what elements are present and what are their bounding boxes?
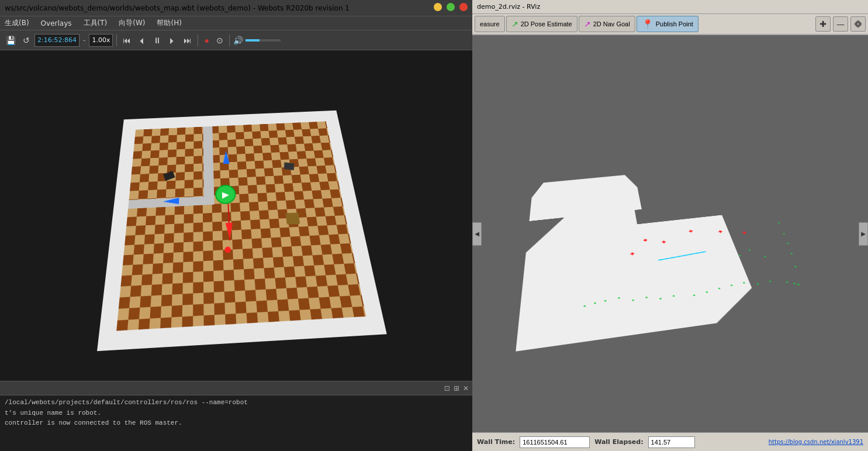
pause-button[interactable]: ⏸ bbox=[151, 33, 164, 47]
pose-marker-4: ✦ bbox=[686, 228, 694, 234]
time-display: 2:16:52:864 bbox=[34, 34, 79, 47]
maximize-button[interactable] bbox=[447, 3, 455, 11]
toolbar-separator-3 bbox=[229, 35, 230, 46]
save-button[interactable]: 💾 bbox=[4, 33, 18, 47]
arrow-down bbox=[226, 222, 234, 239]
pcloud-dot bbox=[786, 281, 788, 283]
pcloud-dot bbox=[790, 253, 793, 254]
titlebar-buttons bbox=[434, 3, 468, 13]
pcloud-dot bbox=[793, 283, 796, 284]
checkerboard-floor bbox=[116, 121, 366, 330]
webots-toolbar: 💾 ↺ 2:16:52:864 - 1.00x ⏮ ⏴ ⏸ ⏵ ⏭ ● ⊙ 🔊 bbox=[0, 30, 472, 50]
rviz-panel: demo_2d.rviz - RViz easure ↗ 2D Pose Est… bbox=[472, 0, 868, 451]
rviz-url[interactable]: https://blog.csdn.net/xianlv1391 bbox=[769, 439, 863, 445]
pcloud-dot bbox=[777, 222, 780, 223]
rviz-right-collapse-button[interactable]: ▶ bbox=[859, 222, 868, 246]
robot-direction-indicator: ▶ bbox=[222, 189, 230, 199]
nav-goal-icon: ↗ bbox=[584, 19, 591, 29]
arena-background: ▶ bbox=[97, 110, 387, 351]
console-line-1: /local/webots/projects/default/controlle… bbox=[5, 398, 468, 408]
rviz-toolbar: easure ↗ 2D Pose Estimate ↗ 2D Nav Goal … bbox=[472, 14, 868, 35]
console-content: /local/webots/projects/default/controlle… bbox=[0, 395, 472, 451]
wall-elapsed-label: Wall Elapsed: bbox=[594, 438, 643, 446]
menu-generate[interactable]: 生成(B) bbox=[2, 17, 32, 29]
rviz-left-collapse-button[interactable]: ◀ bbox=[472, 222, 482, 246]
toolbar-separator-2 bbox=[198, 35, 198, 46]
record-button[interactable]: ● bbox=[202, 33, 211, 47]
volume-area: 🔊 bbox=[233, 36, 281, 45]
webots-title: ws/src/volcano/webots_demo/worlds/webots… bbox=[5, 4, 350, 12]
wall-time-value[interactable] bbox=[520, 436, 590, 448]
pose-estimate-label: 2D Pose Estimate bbox=[521, 20, 572, 27]
volume-icon: 🔊 bbox=[233, 36, 243, 45]
close-button[interactable] bbox=[459, 3, 468, 11]
rviz-viewport[interactable]: ◀ ✦ ✦ ✦ ✦ ✦ bbox=[472, 35, 868, 432]
rviz-settings-button[interactable] bbox=[850, 16, 866, 32]
pose-cross-2: ✦ bbox=[641, 237, 649, 243]
rviz-statusbar: Wall Time: Wall Elapsed: https://blog.cs… bbox=[472, 432, 868, 451]
wall-elapsed-value[interactable] bbox=[648, 436, 695, 448]
rviz-minus-button[interactable]: — bbox=[833, 16, 848, 32]
pcloud-dot bbox=[787, 242, 789, 243]
screenshot-button[interactable]: ⊙ bbox=[214, 33, 226, 47]
volume-fill bbox=[245, 39, 260, 42]
webots-viewport[interactable]: ▶ bbox=[0, 50, 472, 381]
rviz-titlebar: demo_2d.rviz - RViz bbox=[472, 0, 868, 14]
separator: - bbox=[82, 36, 87, 44]
publish-point-button[interactable]: 📍 Publish Point bbox=[637, 16, 698, 32]
webots-titlebar: ws/src/volcano/webots_demo/worlds/webots… bbox=[0, 0, 472, 16]
console-undock-button[interactable]: ⊡ bbox=[444, 384, 450, 393]
arrow-up bbox=[223, 150, 230, 163]
pcloud-dot bbox=[794, 266, 796, 267]
pose-marker-1: ✦ bbox=[628, 250, 637, 257]
console-line-2: t's unique name is robot. bbox=[5, 408, 468, 419]
pose-estimate-button[interactable]: ↗ 2D Pose Estimate bbox=[506, 16, 577, 32]
pose-cross-1: ✦ bbox=[628, 250, 637, 257]
pose-marker-5: ✦ bbox=[716, 228, 725, 234]
step-forward-button[interactable]: ⏵ bbox=[166, 33, 179, 47]
menu-help[interactable]: 帮助(H) bbox=[154, 17, 184, 29]
fast-forward-button[interactable]: ⏭ bbox=[181, 33, 194, 47]
measure-tool-button[interactable]: easure bbox=[475, 16, 505, 32]
pcloud-dot bbox=[797, 284, 799, 285]
console-line-3: controller is now connected to the ROS m… bbox=[5, 418, 468, 429]
webots-panel: ws/src/volcano/webots_demo/worlds/webots… bbox=[0, 0, 472, 451]
arena-object-3 bbox=[286, 212, 300, 225]
volume-slider[interactable] bbox=[245, 39, 281, 42]
minimize-button[interactable] bbox=[434, 3, 442, 11]
rviz-title: demo_2d.rviz - RViz bbox=[477, 3, 540, 11]
console-maximize-button[interactable]: ⊞ bbox=[454, 384, 459, 393]
toolbar-separator bbox=[116, 35, 117, 46]
speed-display: 1.00x bbox=[89, 34, 113, 47]
pcloud-dot bbox=[769, 280, 771, 282]
pose-cross-4: ✦ bbox=[686, 228, 694, 234]
rviz-right-icons: ✚ — bbox=[814, 16, 866, 32]
arena-container: ▶ bbox=[97, 110, 387, 351]
pcloud-dot bbox=[756, 283, 759, 284]
console-close-button[interactable]: ✕ bbox=[463, 384, 469, 393]
nav-goal-button[interactable]: ↗ 2D Nav Goal bbox=[579, 16, 635, 32]
pose-cross-5: ✦ bbox=[716, 228, 725, 234]
robot-body: ▶ bbox=[215, 184, 236, 204]
step-back-button[interactable]: ⏴ bbox=[136, 33, 148, 47]
menu-wizard[interactable]: 向导(W) bbox=[116, 17, 147, 29]
console-toolbar: ⊡ ⊞ ✕ bbox=[0, 381, 472, 395]
wall-time-label: Wall Time: bbox=[477, 438, 515, 446]
arrow-left bbox=[162, 197, 179, 204]
publish-point-label: Publish Point bbox=[656, 20, 693, 27]
robot: ▶ bbox=[215, 184, 236, 204]
pcloud-dot bbox=[763, 256, 766, 257]
arena-object-2 bbox=[284, 162, 295, 170]
rviz-add-button[interactable]: ✚ bbox=[815, 16, 831, 32]
menu-tools[interactable]: 工具(T) bbox=[81, 17, 110, 29]
pose-estimate-icon: ↗ bbox=[511, 19, 518, 29]
inner-wall-vertical bbox=[203, 126, 214, 196]
reload-button[interactable]: ↺ bbox=[20, 33, 32, 47]
nav-goal-label: 2D Nav Goal bbox=[593, 20, 630, 27]
menu-overlays[interactable]: Overlays bbox=[39, 18, 74, 29]
webots-menubar: 生成(B) Overlays 工具(T) 向导(W) 帮助(H) bbox=[0, 16, 472, 30]
pose-cross-6: ✦ bbox=[740, 229, 749, 235]
pcloud-dot bbox=[748, 249, 751, 250]
publish-point-icon: 📍 bbox=[642, 19, 653, 30]
rewind-button[interactable]: ⏮ bbox=[120, 33, 133, 47]
